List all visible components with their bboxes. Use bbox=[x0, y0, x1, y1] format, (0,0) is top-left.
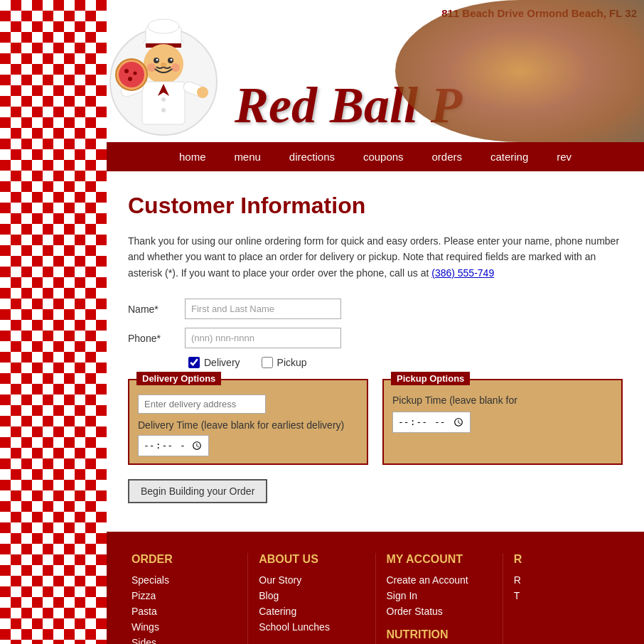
footer-create-account[interactable]: Create an Account bbox=[387, 574, 492, 586]
footer-extra-title: R bbox=[514, 553, 619, 566]
phone-label: Phone* bbox=[128, 333, 185, 344]
delivery-checkbox[interactable] bbox=[188, 357, 200, 368]
footer-catering[interactable]: Catering bbox=[259, 606, 364, 617]
nav-directions[interactable]: directions bbox=[277, 142, 348, 171]
svg-point-16 bbox=[161, 108, 166, 112]
nav-orders[interactable]: orders bbox=[419, 142, 476, 171]
delivery-time-label: Delivery Time (leave blank for earliest … bbox=[138, 419, 358, 431]
phone-link[interactable]: (386) 555-749 bbox=[431, 267, 494, 279]
footer-about-title: ABOUT US bbox=[259, 553, 364, 566]
footer-sides[interactable]: Sides bbox=[132, 637, 237, 644]
page-title: Customer Information bbox=[128, 193, 623, 219]
pickup-panel: Pickup Options Pickup Time (leave blank … bbox=[382, 379, 623, 465]
delivery-panel-title: Delivery Options bbox=[136, 372, 221, 385]
delivery-time-input[interactable] bbox=[138, 435, 209, 456]
footer-extra-link1[interactable]: R bbox=[514, 574, 619, 586]
footer-extra-link2[interactable]: T bbox=[514, 590, 619, 601]
main-wrapper: 811 Beach Drive Ormond Beach, FL 32 bbox=[107, 0, 644, 644]
footer-sign-in[interactable]: Sign In bbox=[387, 590, 492, 601]
checkered-sidebar bbox=[0, 0, 107, 644]
delivery-pickup-row: Delivery Pickup bbox=[188, 357, 623, 368]
options-row: Delivery Options Delivery Time (leave bl… bbox=[128, 379, 623, 465]
svg-point-8 bbox=[156, 59, 159, 61]
pizza-bg-decoration bbox=[395, 0, 644, 142]
svg-point-3 bbox=[148, 19, 179, 33]
svg-point-15 bbox=[161, 97, 166, 102]
footer-about-col: ABOUT US Our Story Blog Catering School … bbox=[248, 553, 375, 644]
nav-home[interactable]: home bbox=[166, 142, 219, 171]
svg-point-23 bbox=[128, 77, 132, 81]
svg-point-21 bbox=[124, 69, 129, 73]
navigation-bar: home menu directions coupons orders cate… bbox=[107, 142, 644, 171]
footer-school-lunches[interactable]: School Lunches bbox=[259, 621, 364, 633]
name-field-row: Name* bbox=[128, 299, 623, 319]
footer-extra-col: R R T bbox=[503, 553, 630, 644]
delivery-panel: Delivery Options Delivery Time (leave bl… bbox=[128, 379, 368, 465]
footer-account-col: MY ACCOUNT Create an Account Sign In Ord… bbox=[376, 553, 503, 644]
delivery-panel-body: Delivery Time (leave blank for earliest … bbox=[138, 395, 358, 456]
nav-coupons[interactable]: coupons bbox=[350, 142, 417, 171]
footer-nutrition-title: NUTRITION bbox=[387, 628, 492, 641]
footer-order-col: ORDER Specials Pizza Pasta Wings Sides S… bbox=[121, 553, 248, 644]
svg-point-20 bbox=[119, 62, 144, 87]
name-label: Name* bbox=[128, 304, 185, 315]
name-input[interactable] bbox=[185, 299, 341, 319]
pickup-checkbox[interactable] bbox=[262, 357, 273, 368]
footer-pizza[interactable]: Pizza bbox=[132, 590, 237, 601]
nav-catering[interactable]: catering bbox=[478, 142, 541, 171]
header: 811 Beach Drive Ormond Beach, FL 32 bbox=[107, 0, 644, 142]
pickup-time-input[interactable] bbox=[392, 412, 471, 433]
pickup-panel-body: Pickup Time (leave blank for bbox=[392, 395, 613, 433]
chef-logo bbox=[107, 11, 220, 142]
nav-menu[interactable]: menu bbox=[221, 142, 274, 171]
svg-point-24 bbox=[197, 87, 208, 98]
pickup-checkbox-label[interactable]: Pickup bbox=[262, 357, 307, 368]
footer: ORDER Specials Pizza Pasta Wings Sides S… bbox=[107, 532, 644, 644]
pickup-panel-title: Pickup Options bbox=[391, 372, 470, 385]
intro-text: Thank you for using our online ordering … bbox=[128, 233, 623, 281]
nav-reviews[interactable]: rev bbox=[544, 142, 584, 171]
footer-account-title: MY ACCOUNT bbox=[387, 553, 492, 566]
submit-button[interactable]: Begin Building your Order bbox=[128, 479, 267, 503]
footer-pasta[interactable]: Pasta bbox=[132, 606, 237, 617]
delivery-label: Delivery bbox=[204, 357, 240, 368]
footer-our-story[interactable]: Our Story bbox=[259, 574, 364, 586]
footer-order-status[interactable]: Order Status bbox=[387, 606, 492, 617]
delivery-address-input[interactable] bbox=[138, 395, 266, 414]
footer-order-title: ORDER bbox=[132, 553, 237, 566]
svg-point-12 bbox=[171, 63, 180, 72]
content-area: Customer Information Thank you for using… bbox=[107, 171, 644, 532]
phone-input[interactable] bbox=[185, 328, 341, 348]
footer-blog[interactable]: Blog bbox=[259, 590, 364, 601]
svg-point-9 bbox=[171, 59, 173, 61]
footer-specials[interactable]: Specials bbox=[132, 574, 237, 586]
footer-wings[interactable]: Wings bbox=[132, 621, 237, 633]
pickup-time-label: Pickup Time (leave blank for bbox=[392, 395, 613, 406]
svg-point-10 bbox=[161, 63, 166, 67]
pickup-label: Pickup bbox=[277, 357, 307, 368]
svg-point-11 bbox=[147, 63, 156, 72]
phone-field-row: Phone* bbox=[128, 328, 623, 348]
svg-point-22 bbox=[134, 72, 137, 75]
delivery-checkbox-label[interactable]: Delivery bbox=[188, 357, 240, 368]
